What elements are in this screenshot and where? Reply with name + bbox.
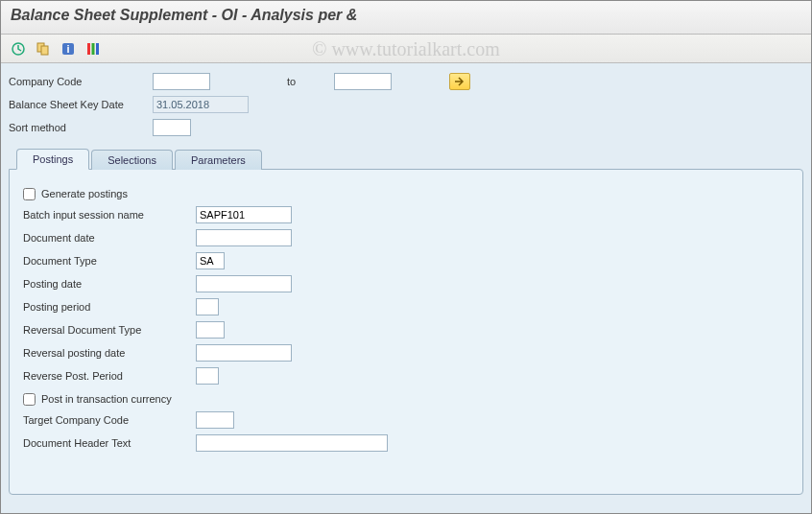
label-to: to	[287, 76, 296, 87]
label-doc-date: Document date	[23, 232, 196, 244]
variants-icon[interactable]	[34, 39, 53, 58]
posting-period-input[interactable]	[196, 298, 219, 315]
rev-post-period-input[interactable]	[196, 367, 219, 385]
row-doc-date: Document date	[23, 227, 789, 248]
row-posting-period: Posting period	[23, 296, 789, 317]
trans-curr-checkbox[interactable]	[23, 393, 36, 406]
sort-method-input[interactable]	[153, 119, 191, 136]
tabstrip: Postings Selections Parameters	[9, 148, 803, 169]
posting-date-input[interactable]	[196, 275, 292, 292]
info-icon[interactable]: i	[59, 39, 78, 58]
label-batch: Batch input session name	[23, 209, 196, 221]
color-legend-icon[interactable]	[84, 39, 103, 58]
row-rev-post-period: Reverse Post. Period	[23, 365, 789, 386]
execute-icon[interactable]	[9, 39, 28, 58]
content-area: Company Code to Balance Sheet Key Date S…	[1, 63, 811, 513]
svg-rect-2	[41, 46, 48, 55]
company-code-input[interactable]	[153, 73, 210, 90]
tab-panel-postings: Generate postings Batch input session na…	[9, 169, 803, 495]
label-trans-curr: Post in transaction currency	[41, 393, 172, 405]
doc-date-input[interactable]	[196, 229, 292, 246]
title-bar: Balance Sheet Supplement - OI - Analysis…	[1, 1, 811, 35]
row-company-code: Company Code to	[9, 71, 803, 92]
multiple-selection-button[interactable]	[449, 73, 470, 90]
rev-post-date-input[interactable]	[196, 344, 292, 362]
batch-input[interactable]	[196, 206, 292, 223]
row-batch: Batch input session name	[23, 204, 789, 225]
label-company-code: Company Code	[9, 76, 153, 87]
target-cc-input[interactable]	[196, 411, 234, 429]
row-trans-curr: Post in transaction currency	[23, 388, 789, 409]
label-target-cc: Target Company Code	[23, 414, 196, 426]
generate-postings-checkbox[interactable]	[23, 188, 36, 200]
svg-rect-6	[92, 43, 95, 55]
key-date-input[interactable]	[153, 96, 249, 113]
page-title: Balance Sheet Supplement - OI - Analysis…	[11, 7, 357, 23]
row-header-text: Document Header Text	[23, 432, 789, 454]
header-text-input[interactable]	[196, 434, 388, 452]
row-sort-method: Sort method	[9, 117, 803, 138]
label-doc-type: Document Type	[23, 255, 196, 267]
company-code-to-input[interactable]	[334, 73, 392, 90]
label-rev-post-period: Reverse Post. Period	[23, 370, 196, 382]
rev-doc-type-input[interactable]	[196, 321, 225, 339]
label-rev-doc-type: Reversal Document Type	[23, 324, 196, 336]
tab-parameters[interactable]: Parameters	[175, 150, 262, 170]
row-key-date: Balance Sheet Key Date	[9, 94, 803, 115]
label-key-date: Balance Sheet Key Date	[9, 99, 153, 110]
svg-rect-7	[96, 43, 99, 55]
label-header-text: Document Header Text	[23, 437, 196, 449]
toolbar: i © www.tutorialkart.com	[1, 35, 811, 63]
doc-type-input[interactable]	[196, 252, 225, 269]
row-rev-post-date: Reversal posting date	[23, 342, 789, 363]
watermark: © www.tutorialkart.com	[312, 37, 500, 59]
sap-window: Balance Sheet Supplement - OI - Analysis…	[0, 0, 812, 514]
row-rev-doc-type: Reversal Document Type	[23, 319, 789, 340]
label-posting-period: Posting period	[23, 301, 196, 313]
label-sort-method: Sort method	[9, 122, 153, 133]
svg-text:i: i	[66, 43, 69, 55]
row-generate-postings: Generate postings	[23, 183, 789, 204]
tab-selections[interactable]: Selections	[91, 150, 173, 170]
row-target-cc: Target Company Code	[23, 409, 789, 431]
svg-rect-5	[87, 43, 90, 55]
label-posting-date: Posting date	[23, 278, 196, 290]
label-rev-post-date: Reversal posting date	[23, 347, 196, 359]
tab-postings[interactable]: Postings	[16, 149, 89, 170]
label-generate-postings: Generate postings	[41, 188, 128, 199]
row-posting-date: Posting date	[23, 273, 789, 294]
row-doc-type: Document Type	[23, 250, 789, 271]
